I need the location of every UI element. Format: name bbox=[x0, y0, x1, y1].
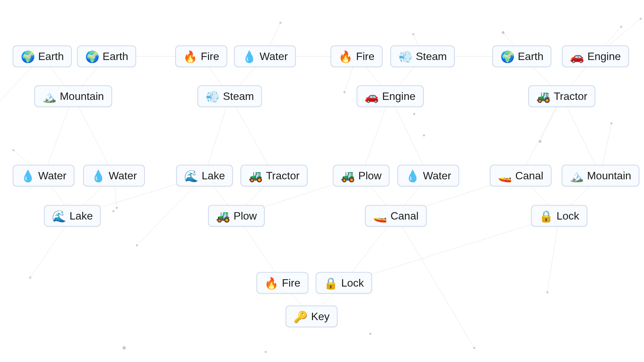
fire-icon: 🔥 bbox=[338, 51, 353, 62]
tractor-icon: 🚜 bbox=[536, 90, 550, 102]
element-chip-engine[interactable]: 🚗Engine bbox=[357, 85, 424, 107]
earth-icon: 🌍 bbox=[85, 51, 99, 62]
element-chip-steam[interactable]: 💨Steam bbox=[390, 46, 455, 67]
element-chip-water[interactable]: 💧Water bbox=[234, 46, 296, 67]
svg-line-22 bbox=[361, 96, 390, 176]
svg-line-23 bbox=[390, 96, 428, 176]
element-chip-label: Tractor bbox=[266, 170, 300, 182]
element-chip-key[interactable]: 🔑Key bbox=[285, 306, 337, 327]
background-dot bbox=[473, 347, 475, 349]
background-dot bbox=[265, 351, 267, 353]
element-chip-label: Key bbox=[311, 310, 329, 323]
fire-icon: 🔥 bbox=[183, 51, 197, 62]
earth-icon: 🌍 bbox=[500, 51, 515, 62]
element-chip-label: Water bbox=[109, 170, 137, 182]
element-chip-lake[interactable]: 🌊Lake bbox=[44, 205, 101, 227]
svg-line-25 bbox=[562, 96, 600, 176]
element-chip-label: Engine bbox=[382, 90, 416, 103]
mountain-icon: 🏔️ bbox=[570, 170, 584, 181]
element-chip-steam[interactable]: 💨Steam bbox=[198, 85, 262, 107]
element-chip-label: Lock bbox=[556, 210, 579, 222]
element-chip-label: Lake bbox=[202, 170, 225, 182]
element-chip-plow[interactable]: 🚜Plow bbox=[208, 205, 265, 227]
element-chip-engine[interactable]: 🚗Engine bbox=[562, 46, 629, 67]
background-dot bbox=[610, 122, 612, 124]
element-chip-mountain[interactable]: 🏔️Mountain bbox=[34, 85, 112, 107]
element-chip-label: Earth bbox=[38, 50, 64, 63]
plow-icon: 🚜 bbox=[341, 170, 355, 181]
background-dot bbox=[413, 113, 415, 115]
canal-icon: 🚤 bbox=[373, 210, 387, 222]
element-chip-label: Plow bbox=[233, 210, 257, 222]
element-chip-tractor[interactable]: 🚜Tractor bbox=[240, 165, 308, 187]
element-chip-label: Canal bbox=[515, 170, 543, 182]
element-chip-earth[interactable]: 🌍Earth bbox=[492, 46, 551, 67]
background-dot bbox=[423, 134, 425, 136]
mountain-icon: 🏔️ bbox=[42, 90, 56, 102]
water-icon: 💧 bbox=[91, 170, 105, 181]
background-dot bbox=[620, 26, 622, 28]
background-dot bbox=[136, 244, 138, 246]
background-dot bbox=[546, 291, 548, 293]
element-chip-label: Canal bbox=[390, 210, 419, 222]
element-chip-label: Water bbox=[38, 170, 66, 182]
background-dot bbox=[12, 149, 14, 151]
lock-icon: 🔒 bbox=[539, 210, 553, 222]
element-chip-water[interactable]: 💧Water bbox=[397, 165, 459, 187]
element-chip-lock[interactable]: 🔒Lock bbox=[316, 272, 372, 294]
lock-icon: 🔒 bbox=[324, 277, 338, 289]
svg-line-21 bbox=[230, 96, 274, 176]
steam-icon: 💨 bbox=[206, 90, 220, 102]
element-chip-earth[interactable]: 🌍Earth bbox=[77, 46, 136, 67]
element-chip-label: Fire bbox=[282, 277, 300, 289]
earth-icon: 🌍 bbox=[21, 51, 35, 62]
svg-line-20 bbox=[205, 96, 230, 176]
element-chip-fire[interactable]: 🔥Fire bbox=[330, 46, 382, 67]
steam-icon: 💨 bbox=[398, 51, 413, 62]
tractor-icon: 🚜 bbox=[249, 170, 263, 181]
element-chip-plow[interactable]: 🚜Plow bbox=[333, 165, 389, 187]
water-icon: 💧 bbox=[21, 170, 35, 181]
background-dot bbox=[502, 31, 504, 34]
background-dot bbox=[116, 207, 118, 209]
element-chip-label: Plow bbox=[358, 170, 381, 182]
fire-icon: 🔥 bbox=[264, 277, 278, 289]
element-chip-fire[interactable]: 🔥Fire bbox=[175, 46, 227, 67]
element-chip-earth[interactable]: 🌍Earth bbox=[13, 46, 72, 67]
element-chip-label: Mountain bbox=[60, 90, 104, 103]
svg-line-43 bbox=[547, 216, 559, 292]
element-chip-canal[interactable]: 🚤Canal bbox=[490, 165, 551, 187]
element-chip-label: Mountain bbox=[587, 170, 631, 182]
background-dot bbox=[29, 277, 31, 279]
element-chip-label: Engine bbox=[587, 50, 621, 63]
water-icon: 💧 bbox=[242, 51, 256, 62]
game-canvas[interactable]: 🌍Earth🌍Earth🏔️Mountain🔥Fire💧Water💨Steam🔥… bbox=[0, 0, 644, 362]
element-chip-water[interactable]: 💧Water bbox=[83, 165, 145, 187]
element-chip-label: Fire bbox=[356, 50, 374, 63]
element-chip-lock[interactable]: 🔒Lock bbox=[531, 205, 587, 227]
svg-line-24 bbox=[521, 96, 562, 176]
lake-icon: 🌊 bbox=[52, 210, 66, 222]
engine-icon: 🚗 bbox=[570, 51, 584, 62]
element-chip-lake[interactable]: 🌊Lake bbox=[176, 165, 233, 187]
svg-line-19 bbox=[73, 96, 114, 176]
background-dot bbox=[122, 346, 126, 350]
element-chip-canal[interactable]: 🚤Canal bbox=[365, 205, 427, 227]
element-chip-label: Earth bbox=[518, 50, 543, 63]
element-chip-mountain[interactable]: 🏔️Mountain bbox=[561, 165, 639, 187]
element-chip-label: Lock bbox=[341, 277, 364, 289]
background-dot bbox=[279, 22, 281, 24]
element-chip-fire[interactable]: 🔥Fire bbox=[256, 272, 308, 294]
background-dot bbox=[369, 333, 371, 335]
background-dot bbox=[343, 91, 345, 93]
element-chip-label: Steam bbox=[223, 90, 254, 103]
element-chip-label: Water bbox=[260, 50, 288, 63]
background-dot bbox=[112, 210, 114, 212]
engine-icon: 🚗 bbox=[365, 90, 379, 102]
water-icon: 💧 bbox=[406, 170, 420, 181]
element-chip-water[interactable]: 💧Water bbox=[13, 165, 74, 187]
background-dot bbox=[539, 140, 541, 143]
background-dot bbox=[412, 33, 414, 35]
key-icon: 🔑 bbox=[293, 311, 308, 322]
element-chip-tractor[interactable]: 🚜Tractor bbox=[528, 85, 595, 107]
